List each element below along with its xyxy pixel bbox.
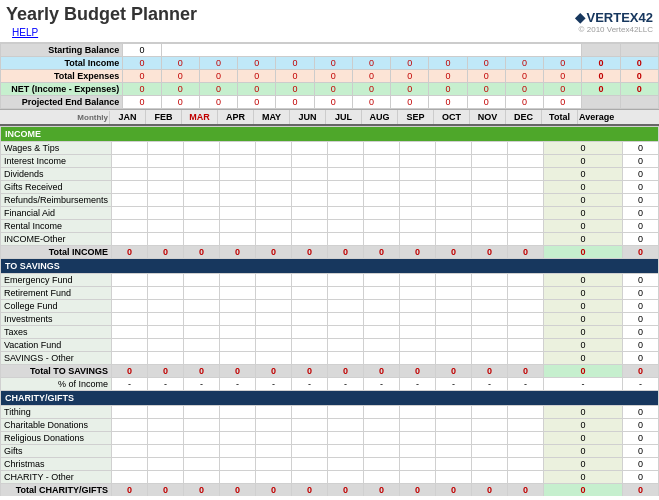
proj-aug[interactable]: 0 [391, 96, 429, 109]
proj-mar[interactable]: 0 [199, 96, 237, 109]
it-jan: 0 [112, 246, 148, 259]
ti-apr[interactable]: 0 [238, 57, 276, 70]
ch-jun: JUN [290, 110, 326, 124]
title-group: Yearly Budget Planner HELP [6, 4, 197, 40]
charity-row-6: CHARITY - Other 00 [1, 471, 659, 484]
proj-may[interactable]: 0 [276, 96, 314, 109]
net-apr[interactable]: 0 [238, 83, 276, 96]
savings-row-6: Vacation Fund 00 [1, 339, 659, 352]
net-aug[interactable]: 0 [391, 83, 429, 96]
charity-row-4: Gifts 00 [1, 445, 659, 458]
te-apr[interactable]: 0 [238, 70, 276, 83]
savings-total-row: Total TO SAVINGS 0 0 0 0 0 0 0 0 0 0 0 0… [1, 365, 659, 378]
proj-feb[interactable]: 0 [161, 96, 199, 109]
ti-jul[interactable]: 0 [352, 57, 390, 70]
proj-sep[interactable]: 0 [429, 96, 467, 109]
proj-oct[interactable]: 0 [467, 96, 505, 109]
ti-oct[interactable]: 0 [467, 57, 505, 70]
proj-apr[interactable]: 0 [238, 96, 276, 109]
net-avg: 0 [620, 83, 658, 96]
logo-group: ◆ VERTEX42 © 2010 Vertex42LLC [575, 10, 653, 34]
income-1-jan[interactable] [112, 142, 148, 155]
income-item-1: Wages & Tips [1, 142, 112, 155]
ch-feb: FEB [146, 110, 182, 124]
header-bar: Yearly Budget Planner HELP ◆ VERTEX42 © … [0, 0, 659, 43]
ch-apr: APR [218, 110, 254, 124]
proj-avg [620, 96, 658, 109]
te-sep[interactable]: 0 [429, 70, 467, 83]
te-jul[interactable]: 0 [352, 70, 390, 83]
income-total-row: Total INCOME 0 0 0 0 0 0 0 0 0 0 0 0 0 0 [1, 246, 659, 259]
income-1-jul[interactable] [328, 142, 364, 155]
ti-sep[interactable]: 0 [429, 57, 467, 70]
net-mar[interactable]: 0 [199, 83, 237, 96]
te-jun[interactable]: 0 [314, 70, 352, 83]
savings-section-header: TO SAVINGS [1, 259, 659, 274]
ti-may[interactable]: 0 [276, 57, 314, 70]
ti-dec[interactable]: 0 [544, 57, 582, 70]
proj-jun[interactable]: 0 [314, 96, 352, 109]
charity-row-5: Christmas 00 [1, 458, 659, 471]
sb-avg [620, 44, 658, 57]
income-1-mar[interactable] [184, 142, 220, 155]
proj-jul[interactable]: 0 [352, 96, 390, 109]
ch-sep: SEP [398, 110, 434, 124]
copyright: © 2010 Vertex42LLC [579, 25, 653, 34]
income-total-label: Total INCOME [1, 246, 112, 259]
help-link[interactable]: HELP [6, 25, 197, 40]
income-1-may[interactable] [256, 142, 292, 155]
net-sep[interactable]: 0 [429, 83, 467, 96]
income-1-aug[interactable] [364, 142, 400, 155]
proj-jan[interactable]: 0 [123, 96, 161, 109]
te-jan[interactable]: 0 [123, 70, 161, 83]
ch-jan: JAN [110, 110, 146, 124]
te-mar[interactable]: 0 [199, 70, 237, 83]
projected-row: Projected End Balance 0 0 0 0 0 0 0 0 0 … [1, 96, 659, 109]
te-nov[interactable]: 0 [505, 70, 543, 83]
te-may[interactable]: 0 [276, 70, 314, 83]
savings-pct-row: % of Income - - - - - - - - - - - - - - [1, 378, 659, 391]
proj-nov[interactable]: 0 [505, 96, 543, 109]
proj-label: Projected End Balance [1, 96, 123, 109]
te-aug[interactable]: 0 [391, 70, 429, 83]
ti-jun[interactable]: 0 [314, 57, 352, 70]
sb-value[interactable]: 0 [123, 44, 161, 57]
income-1-jun[interactable] [292, 142, 328, 155]
net-jan[interactable]: 0 [123, 83, 161, 96]
te-feb[interactable]: 0 [161, 70, 199, 83]
income-1-apr[interactable] [220, 142, 256, 155]
ti-jan[interactable]: 0 [123, 57, 161, 70]
ti-nov[interactable]: 0 [505, 57, 543, 70]
logo-display: ◆ VERTEX42 [575, 10, 653, 25]
proj-dec[interactable]: 0 [544, 96, 582, 109]
monthly-label: Monthly [77, 113, 108, 122]
net-oct[interactable]: 0 [467, 83, 505, 96]
te-total: 0 [582, 70, 620, 83]
te-oct[interactable]: 0 [467, 70, 505, 83]
charity-row-3: Religious Donations 00 [1, 432, 659, 445]
ch-may: MAY [254, 110, 290, 124]
ch-oct: OCT [434, 110, 470, 124]
charity-row-2: Charitable Donations 00 [1, 419, 659, 432]
income-1-nov[interactable] [472, 142, 508, 155]
ti-mar[interactable]: 0 [199, 57, 237, 70]
net-jun[interactable]: 0 [314, 83, 352, 96]
net-jul[interactable]: 0 [352, 83, 390, 96]
savings-row-7: SAVINGS - Other 00 [1, 352, 659, 365]
ti-aug[interactable]: 0 [391, 57, 429, 70]
income-1-feb[interactable] [148, 142, 184, 155]
net-feb[interactable]: 0 [161, 83, 199, 96]
net-dec[interactable]: 0 [544, 83, 582, 96]
income-1-dec[interactable] [508, 142, 544, 155]
ti-feb[interactable]: 0 [161, 57, 199, 70]
te-dec[interactable]: 0 [544, 70, 582, 83]
savings-row-4: Investments 00 [1, 313, 659, 326]
main-scroll-area[interactable]: INCOME Wages & Tips 0 0 Interest Income … [0, 126, 659, 496]
net-may[interactable]: 0 [276, 83, 314, 96]
te-label: Total Expenses [1, 70, 123, 83]
net-nov[interactable]: 0 [505, 83, 543, 96]
ti-total: 0 [582, 57, 620, 70]
income-1-oct[interactable] [436, 142, 472, 155]
income-1-sep[interactable] [400, 142, 436, 155]
main-table: INCOME Wages & Tips 0 0 Interest Income … [0, 126, 659, 496]
